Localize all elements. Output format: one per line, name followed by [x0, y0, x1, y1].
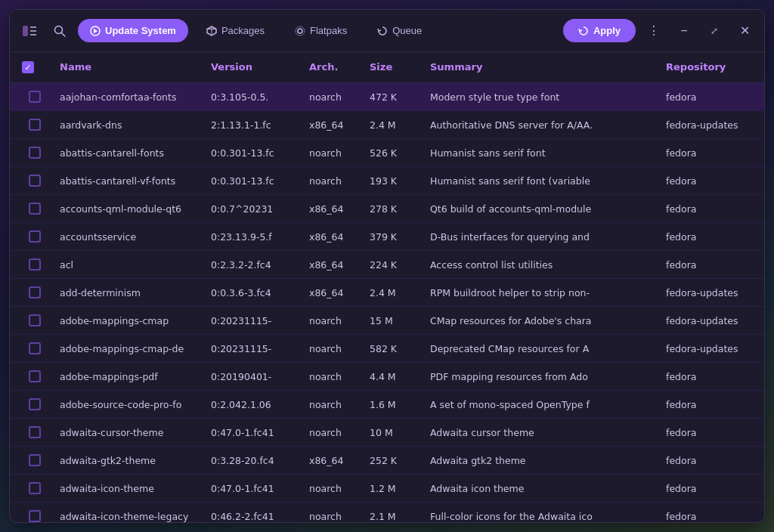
row-size: 10 M [364, 419, 424, 446]
table-row[interactable]: adobe-mappings-cmap 0:20231115- noarch 1… [10, 307, 764, 335]
row-checkbox-cell[interactable] [16, 251, 54, 278]
row-repository: fedora-updates [660, 279, 758, 306]
row-repository: fedora [660, 195, 758, 222]
col-header-version: Version [205, 52, 303, 82]
table-row[interactable]: abattis-cantarell-vf-fonts 0:0.301-13.fc… [10, 167, 764, 195]
search-icon [54, 25, 66, 37]
row-repository: fedora-updates [660, 111, 758, 138]
row-checkbox-cell[interactable] [16, 391, 54, 418]
search-button[interactable] [48, 19, 72, 43]
titlebar: Update System Packages Flatpaks Queue [10, 10, 764, 52]
row-checkbox-cell[interactable] [16, 335, 54, 362]
table-row[interactable]: aardvark-dns 2:1.13.1-1.fc x86_64 2.4 M … [10, 111, 764, 139]
row-repository: fedora [660, 83, 758, 110]
row-checkbox-cell[interactable] [16, 195, 54, 222]
table-row[interactable]: abattis-cantarell-fonts 0:0.301-13.fc no… [10, 139, 764, 167]
row-checkbox[interactable] [29, 454, 41, 466]
row-checkbox-cell[interactable] [16, 503, 54, 522]
row-checkbox-cell[interactable] [16, 279, 54, 306]
table-row[interactable]: accountsservice 0:23.13.9-5.f x86_64 379… [10, 223, 764, 251]
row-checkbox[interactable] [29, 175, 41, 187]
table-header: Name Version Arch. Size Summary Reposito… [10, 52, 764, 83]
more-menu-button[interactable]: ⋮ [642, 19, 666, 43]
col-header-check[interactable] [16, 52, 54, 82]
table-row[interactable]: adobe-mappings-pdf 0:20190401- noarch 4.… [10, 363, 764, 391]
table-row[interactable]: adobe-source-code-pro-fo 0:2.042.1.06 no… [10, 391, 764, 419]
table-row[interactable]: accounts-qml-module-qt6 0:0.7^20231 x86_… [10, 195, 764, 223]
apply-button[interactable]: Apply [563, 19, 636, 42]
row-version: 0:20190401- [205, 363, 303, 390]
table-row[interactable]: adwaita-cursor-theme 0:47.0-1.fc41 noarc… [10, 419, 764, 447]
row-checkbox-cell[interactable] [16, 223, 54, 250]
row-name: add-determinism [54, 279, 205, 306]
flatpaks-label: Flatpaks [310, 25, 347, 36]
row-checkbox[interactable] [29, 370, 41, 382]
row-checkbox-cell[interactable] [16, 83, 54, 110]
minimize-button[interactable]: − [672, 19, 696, 43]
row-version: 0:3.28-20.fc4 [205, 447, 303, 474]
table-row[interactable]: adobe-mappings-cmap-de 0:20231115- noarc… [10, 335, 764, 363]
row-version: 0:0.301-13.fc [205, 139, 303, 166]
row-checkbox[interactable] [29, 314, 41, 326]
row-checkbox-cell[interactable] [16, 475, 54, 502]
row-checkbox-cell[interactable] [16, 447, 54, 474]
sidebar-toggle-button[interactable] [17, 19, 42, 43]
more-menu-icon: ⋮ [648, 23, 660, 38]
table-row[interactable]: adwaita-icon-theme 0:47.0-1.fc41 noarch … [10, 475, 764, 503]
row-checkbox[interactable] [29, 147, 41, 159]
row-checkbox-cell[interactable] [16, 419, 54, 446]
row-version: 0:0.3.6-3.fc4 [205, 279, 303, 306]
row-version: 0:47.0-1.fc41 [205, 475, 303, 502]
row-checkbox-cell[interactable] [16, 307, 54, 334]
close-icon: ✕ [740, 23, 750, 38]
svg-point-13 [296, 26, 305, 36]
col-header-summary: Summary [424, 52, 660, 82]
row-repository: fedora [660, 447, 758, 474]
select-all-checkbox[interactable] [22, 61, 34, 73]
row-arch: noarch [303, 139, 364, 166]
row-size: 2.4 M [364, 111, 424, 138]
close-button[interactable]: ✕ [732, 19, 757, 43]
row-checkbox-cell[interactable] [16, 167, 54, 194]
row-checkbox-cell[interactable] [16, 363, 54, 390]
table-row[interactable]: add-determinism 0:0.3.6-3.fc4 x86_64 2.4… [10, 279, 764, 307]
row-checkbox[interactable] [29, 510, 41, 522]
row-checkbox[interactable] [29, 286, 41, 298]
svg-point-12 [298, 29, 302, 33]
row-checkbox[interactable] [29, 398, 41, 410]
table-row[interactable]: adwaita-icon-theme-legacy 0:46.2-2.fc41 … [10, 503, 764, 522]
row-name: adobe-mappings-cmap-de [54, 335, 205, 362]
queue-button[interactable]: Queue [365, 19, 434, 42]
row-version: 0:20231115- [205, 335, 303, 362]
row-size: 472 K [364, 83, 424, 110]
col-header-name: Name [54, 52, 205, 82]
packages-button[interactable]: Packages [194, 19, 277, 42]
row-size: 582 K [364, 335, 424, 362]
row-arch: noarch [303, 475, 364, 502]
row-name: aajohan-comfortaa-fonts [54, 83, 205, 110]
row-checkbox[interactable] [29, 426, 41, 438]
flatpaks-button[interactable]: Flatpaks [283, 19, 359, 42]
row-name: adobe-mappings-pdf [54, 363, 205, 390]
update-system-button[interactable]: Update System [78, 19, 188, 42]
maximize-button[interactable]: ⤢ [702, 19, 726, 43]
row-checkbox[interactable] [29, 258, 41, 271]
row-checkbox[interactable] [29, 342, 41, 354]
packages-label: Packages [221, 25, 265, 36]
row-name: abattis-cantarell-fonts [54, 139, 205, 166]
table-row[interactable]: aajohan-comfortaa-fonts 0:3.105-0.5. noa… [10, 83, 764, 111]
row-summary: CMap resources for Adobe's chara [424, 307, 660, 334]
table-row[interactable]: adwaita-gtk2-theme 0:3.28-20.fc4 x86_64 … [10, 447, 764, 475]
row-version: 0:20231115- [205, 307, 303, 334]
row-checkbox[interactable] [29, 119, 41, 131]
row-checkbox-cell[interactable] [16, 139, 54, 166]
row-checkbox[interactable] [29, 203, 41, 215]
row-checkbox-cell[interactable] [16, 111, 54, 138]
row-checkbox[interactable] [29, 482, 41, 494]
row-checkbox[interactable] [29, 91, 41, 103]
row-summary: Qt6 build of accounts-qml-module [424, 195, 660, 222]
row-checkbox[interactable] [29, 230, 41, 243]
row-name: aardvark-dns [54, 111, 205, 138]
table-row[interactable]: acl 0:2.3.2-2.fc4 x86_64 224 K Access co… [10, 251, 764, 279]
row-size: 15 M [364, 307, 424, 334]
